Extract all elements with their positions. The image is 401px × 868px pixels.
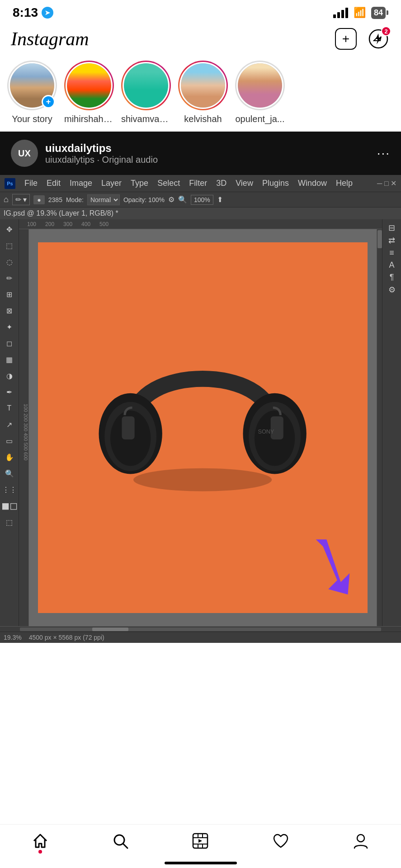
ps-tool-zoom[interactable]: 🔍 xyxy=(2,466,17,481)
story-item-kelvishah[interactable]: kelvishah xyxy=(178,61,228,124)
post-content: UX uiuxdailytips uiuxdailytips · Origina… xyxy=(0,132,401,643)
ps-tool-fg-bg[interactable]: ◼◻ xyxy=(2,499,17,513)
ps-tool-dodge[interactable]: ◑ xyxy=(2,368,17,383)
story-avatar-wrapper-shivamvahia xyxy=(121,61,171,110)
story-item-opulent[interactable]: opulent_ja... xyxy=(235,61,285,124)
ps-panel-icon-4[interactable]: A xyxy=(389,260,394,270)
nav-reels[interactable] xyxy=(191,832,209,850)
svg-line-13 xyxy=(123,844,127,848)
ps-scrollbar-bottom[interactable] xyxy=(0,626,401,632)
ps-menu-3d[interactable]: 3D xyxy=(212,178,230,189)
add-story-button[interactable]: + xyxy=(42,95,55,108)
ps-tool-crop[interactable]: ⊞ xyxy=(2,287,17,302)
ps-tool-dots[interactable]: ⋮⋮ xyxy=(2,482,17,497)
more-options-button[interactable]: ··· xyxy=(377,146,390,160)
ps-tool-clone[interactable]: ✦ xyxy=(2,320,17,334)
ps-brush-size-num: 2385 xyxy=(48,196,62,203)
ps-tool-move[interactable]: ✥ xyxy=(2,222,17,236)
ps-panel-icon-1[interactable]: ⊟ xyxy=(388,223,395,233)
ps-panel-icon-6[interactable]: ⚙ xyxy=(388,285,396,295)
svg-marker-11 xyxy=(316,539,350,594)
ps-zoom-btn[interactable]: 100% xyxy=(191,195,213,205)
ps-search-icon[interactable]: 🔍 xyxy=(178,195,187,204)
ps-ruler-top: 100 200 300 400 500 xyxy=(19,219,382,229)
ps-panel-icon-3[interactable]: ≡ xyxy=(389,248,394,258)
ps-menubar: Ps File Edit Image Layer Type Select Fil… xyxy=(0,175,401,192)
story-ring-shivamvahia xyxy=(121,61,171,110)
ps-window-controls: ─ □ ✕ xyxy=(377,179,396,188)
ps-menu-select[interactable]: Select xyxy=(154,178,184,189)
ps-menu-file[interactable]: File xyxy=(21,178,41,189)
ps-menu-view[interactable]: View xyxy=(232,178,257,189)
story-item-mihirshah[interactable]: mihirshah_22 xyxy=(64,61,114,124)
nav-profile[interactable] xyxy=(352,832,370,850)
ps-tool-gradient[interactable]: ▦ xyxy=(2,352,17,367)
ps-menu-filter[interactable]: Filter xyxy=(185,178,211,189)
messenger-button[interactable]: 2 xyxy=(367,27,390,51)
ps-tool-lasso[interactable]: ◌ xyxy=(2,255,17,269)
ps-filename[interactable]: IG.psd @ 19.3% (Layer 1, RGB/8) * xyxy=(4,209,118,217)
ps-tool-shape[interactable]: ▭ xyxy=(2,434,17,448)
ps-menu-help[interactable]: Help xyxy=(332,178,356,189)
svg-point-10 xyxy=(133,468,272,491)
nav-home[interactable] xyxy=(31,832,49,850)
app-header: Instagram + 2 xyxy=(0,24,401,56)
add-icon: + xyxy=(335,28,357,50)
story-avatar-wrapper-your-story: + xyxy=(7,61,57,110)
battery: 84 xyxy=(371,7,388,19)
ps-flow-icon[interactable]: ⚙ xyxy=(168,195,175,204)
stories-row: + Your story mihirshah_22 shivamvahia xyxy=(0,56,401,132)
ps-panel-icon-2[interactable]: ⇄ xyxy=(388,236,395,245)
ps-tab-row: IG.psd @ 19.3% (Layer 1, RGB/8) * xyxy=(0,208,401,219)
home-bar xyxy=(165,862,237,864)
ps-menu-window[interactable]: Window xyxy=(294,178,330,189)
ps-tool-marquee[interactable]: ⬚ xyxy=(2,238,17,253)
instagram-logo: Instagram xyxy=(11,28,89,50)
home-icon xyxy=(31,832,49,850)
ps-tool-brush[interactable]: ✏ xyxy=(2,271,17,285)
story-ring-mihirshah xyxy=(64,61,114,110)
story-avatar-wrapper-opulent xyxy=(235,61,285,110)
ps-canvas-area: 100 200 300 400 500 100 200 300 400 500 … xyxy=(19,219,382,626)
status-bar: 8:13 ➤ 📶 84 xyxy=(0,0,401,24)
ps-brush-picker[interactable]: ✏ ▾ xyxy=(12,194,30,205)
story-item-shivamvahia[interactable]: shivamvahia xyxy=(121,61,171,124)
ps-tool-hand[interactable]: ✋ xyxy=(2,450,17,464)
story-label-shivamvahia: shivamvahia xyxy=(121,114,171,124)
add-post-button[interactable]: + xyxy=(334,27,358,51)
ps-tool-text[interactable]: T xyxy=(2,401,17,415)
post-user: UX uiuxdailytips uiuxdailytips · Origina… xyxy=(11,140,158,167)
post-avatar: UX xyxy=(11,140,38,167)
story-ring-kelvishah xyxy=(178,61,228,110)
ps-menu-layer[interactable]: Layer xyxy=(98,178,125,189)
home-active-dot xyxy=(38,850,42,854)
ps-tool-pen[interactable]: ✒ xyxy=(2,385,17,399)
headphones-image: SONY xyxy=(87,318,318,538)
ps-menu-plugins[interactable]: Plugins xyxy=(259,178,292,189)
story-avatar-shivamvahia xyxy=(123,62,170,109)
status-right: 📶 84 xyxy=(333,7,388,19)
story-item-your-story[interactable]: + Your story xyxy=(7,61,57,124)
ps-right-panel: ⊟ ⇄ ≡ A ¶ ⚙ xyxy=(382,219,401,626)
ps-tool-heal[interactable]: ⊠ xyxy=(2,303,17,318)
location-icon: ➤ xyxy=(42,7,53,19)
ps-mode-select[interactable]: Normal xyxy=(87,194,120,205)
ps-menu-image[interactable]: Image xyxy=(66,178,96,189)
svg-rect-20 xyxy=(202,844,203,848)
ps-menu-type[interactable]: Type xyxy=(127,178,152,189)
ps-logo: Ps xyxy=(5,178,15,189)
svg-rect-7 xyxy=(122,416,135,439)
ps-brush-size[interactable]: ● xyxy=(33,195,44,204)
ps-home-icon[interactable]: ⌂ xyxy=(4,195,9,204)
nav-search[interactable] xyxy=(111,832,129,850)
story-avatar-kelvishah xyxy=(179,62,226,109)
ps-tool-path[interactable]: ↗ xyxy=(2,417,17,432)
ps-scrollbar-right[interactable] xyxy=(377,229,382,626)
ps-menu-edit[interactable]: Edit xyxy=(43,178,64,189)
ps-share-icon[interactable]: ⬆ xyxy=(217,195,223,204)
story-label-kelvishah: kelvishah xyxy=(184,114,222,124)
nav-likes[interactable] xyxy=(272,832,290,850)
ps-panel-icon-5[interactable]: ¶ xyxy=(390,273,394,282)
ps-tool-eraser[interactable]: ◻ xyxy=(2,336,17,350)
ps-tool-mask[interactable]: ⬚ xyxy=(2,515,17,529)
